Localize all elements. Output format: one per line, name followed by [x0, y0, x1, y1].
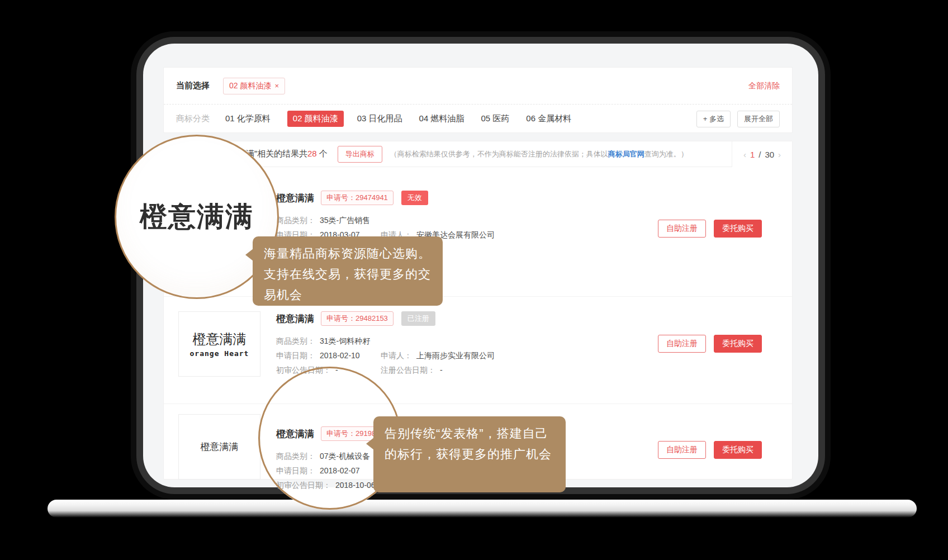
- field-line: 商品类别：35类-广告销售: [276, 213, 495, 227]
- category-item[interactable]: 02 颜料油漆: [287, 111, 344, 127]
- category-label: 商标分类: [176, 113, 210, 124]
- result-row: 橙意满满 orange Heart 橙意满满 申请号：29482153 已注册 …: [164, 297, 792, 404]
- category-item[interactable]: 06 金属材料: [526, 113, 571, 124]
- status-badge: 无效: [401, 191, 428, 205]
- application-number-badge: 申请号：29474941: [321, 191, 394, 205]
- category-item[interactable]: 03 日化用品: [357, 113, 402, 124]
- field-line: 商品类别：31类-饲料种籽: [276, 334, 495, 348]
- row-actions: 自助注册 委托购买: [658, 441, 762, 459]
- disclaimer-prefix: （商标检索结果仅供参考，不作为商标能否注册的法律依据；具体以: [390, 150, 608, 158]
- tooltip-promotion: 告别传统“发表格”，搭建自己的标行，获得更多的推广机会: [373, 416, 566, 492]
- page-separator: /: [759, 150, 761, 159]
- trademark-title-line: 橙意满满 申请号：29482153 已注册: [276, 311, 495, 326]
- results-count: 28: [307, 149, 317, 158]
- filter-card: 当前选择 02 颜料油漆 × 全部清除 商标分类 01 化学原料02 颜料油漆0…: [163, 67, 793, 133]
- trademark-image-subtext: orange Heart: [190, 349, 249, 358]
- trademark-image[interactable]: 橙意满满 orange Heart: [178, 311, 260, 377]
- next-page-icon[interactable]: ›: [778, 150, 781, 159]
- pagination: ‹ 1 / 30 ›: [732, 141, 792, 167]
- trademark-title-line: 橙意满满 申请号：29474941 无效: [276, 191, 495, 205]
- self-register-button[interactable]: 自助注册: [658, 220, 706, 238]
- disclaimer-suffix: 查询为准。）: [644, 150, 688, 158]
- magnified-trademark-text: 橙意满满: [140, 198, 254, 235]
- entrust-purchase-button[interactable]: 委托购买: [714, 441, 762, 459]
- category-item[interactable]: 04 燃料油脂: [419, 113, 464, 124]
- current-selection-label: 当前选择: [176, 80, 210, 91]
- laptop-base: [48, 500, 917, 518]
- multi-select-button[interactable]: + 多选: [696, 111, 731, 127]
- trademark-name[interactable]: 橙意满满: [276, 312, 314, 325]
- trademark-image-text: 橙意满满: [201, 440, 239, 453]
- trademark-image[interactable]: 橙意满满: [178, 414, 260, 480]
- clear-all-button[interactable]: 全部清除: [748, 81, 780, 91]
- field-line: 申请日期：2018-02-10申请人：上海雨步实业有限公司: [276, 348, 495, 363]
- current-page: 1: [750, 150, 755, 159]
- selected-filter-tag-label: 02 颜料油漆: [229, 81, 271, 91]
- screenshot-canvas: 当前选择 02 颜料油漆 × 全部清除 商标分类 01 化学原料02 颜料油漆0…: [0, 0, 948, 560]
- remove-tag-icon[interactable]: ×: [274, 82, 279, 90]
- status-badge: 已注册: [401, 311, 435, 326]
- trademark-image-text: 橙意满满: [193, 330, 247, 348]
- tooltip-marketplace: 海量精品商标资源随心选购。支持在线交易，获得更多的交易机会: [253, 236, 443, 306]
- selected-filter-tag[interactable]: 02 颜料油漆 ×: [223, 78, 285, 94]
- disclaimer-text: （商标检索结果仅供参考，不作为商标能否注册的法律依据；具体以商标局官网查询为准。…: [390, 149, 688, 159]
- total-pages: 30: [765, 150, 774, 159]
- category-row: 商标分类 01 化学原料02 颜料油漆03 日化用品04 燃料油脂05 医药06…: [164, 105, 792, 133]
- self-register-button[interactable]: 自助注册: [658, 335, 706, 353]
- entrust-purchase-button[interactable]: 委托购买: [714, 335, 762, 353]
- category-item[interactable]: 01 化学原料: [225, 113, 271, 124]
- export-trademark-button[interactable]: 导出商标: [338, 146, 382, 163]
- row-actions: 自助注册 委托购买: [658, 335, 762, 353]
- category-list: 01 化学原料02 颜料油漆03 日化用品04 燃料油脂05 医药06 金属材料: [225, 111, 588, 127]
- trademark-office-link[interactable]: 商标局官网: [608, 150, 644, 158]
- results-summary-suffix: 个: [317, 149, 328, 158]
- entrust-purchase-button[interactable]: 委托购买: [714, 220, 762, 238]
- category-item[interactable]: 05 医药: [481, 113, 509, 124]
- expand-all-button[interactable]: 展开全部: [737, 111, 780, 127]
- row-actions: 自助注册 委托购买: [658, 220, 762, 238]
- trademark-name[interactable]: 橙意满满: [276, 192, 314, 205]
- current-selection-row: 当前选择 02 颜料油漆 × 全部清除: [164, 68, 792, 105]
- prev-page-icon[interactable]: ‹: [743, 150, 746, 159]
- self-register-button[interactable]: 自助注册: [658, 441, 706, 459]
- category-buttons: + 多选 展开全部: [696, 111, 780, 127]
- application-number-badge: 申请号：29482153: [321, 311, 394, 326]
